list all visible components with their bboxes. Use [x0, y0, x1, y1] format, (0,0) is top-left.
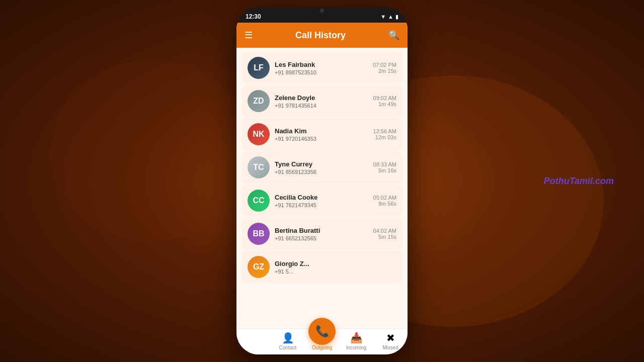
fab-container: 📞 [308, 318, 336, 345]
nav-item-contact[interactable]: 👤 Contact [271, 332, 305, 350]
caller-number: +91 5... [275, 268, 391, 275]
nav-item-incoming[interactable]: 📥 Incoming [339, 332, 373, 350]
call-meta: 04:02 AM 5m 15s [373, 228, 396, 240]
watermark: PothuTamil.com [544, 176, 614, 187]
avatar: BB [248, 223, 270, 245]
call-duration: 5m 15s [373, 234, 396, 240]
phone-frame: 12:30 ▼ ▲ ▮ ☰ Call History 🔍 LF Les Fair… [236, 8, 408, 354]
fab-call-button[interactable]: 📞 [308, 318, 336, 345]
caller-name: Giorgio Z... [275, 260, 391, 267]
missed-nav-icon: ✖ [386, 332, 395, 344]
svg-point-1 [50, 60, 252, 241]
caller-name: Tyne Currey [275, 160, 368, 168]
call-time: 07:02 PM [373, 62, 396, 68]
avatar-initials: ZD [248, 90, 270, 112]
signal-icon: ▲ [388, 14, 393, 20]
call-time: 08:33 AM [373, 161, 396, 167]
call-duration: 1m 49s [373, 101, 396, 107]
menu-button[interactable]: ☰ [245, 30, 253, 41]
call-info: Giorgio Z... +91 5... [275, 260, 391, 275]
call-meta: 07:02 PM 2m 15s [373, 62, 396, 74]
call-time: 04:02 AM [373, 228, 396, 234]
call-item[interactable]: LF Les Fairbank +91 8987523510 07:02 PM … [242, 52, 403, 84]
caller-number: +91 9781435614 [275, 103, 368, 109]
caller-number: +91 9720146353 [275, 136, 368, 142]
app-content: ☰ Call History 🔍 LF Les Fairbank +91 898… [236, 23, 408, 354]
status-time: 12:30 [246, 13, 261, 20]
call-time: 09:02 AM [373, 95, 396, 101]
caller-name: Les Fairbank [275, 61, 368, 68]
call-duration: 9m 56s [373, 201, 396, 207]
call-info: Bertina Buratti +91 6652132565 [275, 227, 368, 241]
status-icons: ▼ ▲ ▮ [380, 14, 398, 20]
call-meta: 09:02 AM 1m 49s [373, 95, 396, 107]
wifi-icon: ▼ [380, 14, 386, 20]
caller-name: Nadia Kim [275, 127, 368, 135]
avatar: CC [248, 190, 270, 212]
call-info: Cecilia Cooke +91 7621479345 [275, 194, 368, 208]
caller-name: Bertina Buratti [275, 227, 368, 234]
caller-name: Zelene Doyle [275, 94, 368, 102]
battery-icon: ▮ [395, 14, 398, 20]
call-meta: 05:02 AM 9m 56s [373, 195, 396, 207]
call-duration: 5m 16s [373, 167, 396, 173]
avatar-initials: GZ [248, 256, 270, 278]
avatar-initials: BB [248, 223, 270, 245]
page-title: Call History [295, 30, 346, 41]
avatar-initials: CC [248, 190, 270, 212]
camera-dot [320, 9, 324, 13]
outgoing-nav-label: Outgoing [312, 345, 333, 350]
notch [315, 8, 329, 14]
caller-number: +91 8987523510 [275, 69, 368, 75]
call-item[interactable]: NK Nadia Kim +91 9720146353 12:56 AM 12m… [242, 118, 403, 150]
avatar-initials: LF [248, 57, 270, 79]
contact-nav-icon: 👤 [282, 332, 294, 344]
avatar: LF [248, 57, 270, 79]
avatar: ZD [248, 90, 270, 112]
avatar: TC [248, 156, 270, 178]
call-item[interactable]: ZD Zelene Doyle +91 9781435614 09:02 AM … [242, 85, 403, 117]
call-item[interactable]: TC Tyne Currey +91 8569123356 08:33 AM 5… [242, 151, 403, 184]
contact-nav-label: Contact [279, 345, 296, 350]
call-time: 12:56 AM [373, 128, 396, 134]
caller-number: +91 8569123356 [275, 169, 368, 175]
call-meta: 08:33 AM 5m 16s [373, 161, 396, 173]
call-duration: 2m 15s [373, 68, 396, 74]
nav-item-missed[interactable]: ✖ Missed [373, 332, 408, 350]
call-info: Tyne Currey +91 8569123356 [275, 160, 368, 175]
incoming-nav-icon: 📥 [350, 332, 363, 344]
avatar: GZ [248, 256, 270, 278]
bottom-nav: 📞 👤 Contact 📤 Outgoing 📥 Incoming ✖ Miss… [236, 328, 408, 354]
call-meta: 12:56 AM 12m 03s [373, 128, 396, 140]
call-info: Nadia Kim +91 9720146353 [275, 127, 368, 142]
search-icon[interactable]: 🔍 [388, 30, 399, 41]
avatar-initials: NK [248, 123, 270, 145]
call-list: LF Les Fairbank +91 8987523510 07:02 PM … [236, 48, 408, 328]
call-time: 05:02 AM [373, 195, 396, 201]
caller-number: +91 6652132565 [275, 235, 368, 241]
call-item[interactable]: CC Cecilia Cooke +91 7621479345 05:02 AM… [242, 185, 403, 217]
incoming-nav-label: Incoming [346, 345, 367, 350]
avatar-initials: TC [248, 156, 270, 178]
call-duration: 12m 03s [373, 134, 396, 140]
call-info: Zelene Doyle +91 9781435614 [275, 94, 368, 109]
status-bar: 12:30 ▼ ▲ ▮ [236, 8, 408, 23]
caller-name: Cecilia Cooke [275, 194, 368, 201]
call-info: Les Fairbank +91 8987523510 [275, 61, 368, 75]
app-header: ☰ Call History 🔍 [236, 23, 408, 48]
caller-number: +91 7621479345 [275, 202, 368, 208]
avatar: NK [248, 123, 270, 145]
missed-nav-label: Missed [382, 345, 398, 350]
call-item[interactable]: BB Bertina Buratti +91 6652132565 04:02 … [242, 218, 403, 250]
call-item[interactable]: GZ Giorgio Z... +91 5... [242, 251, 403, 283]
